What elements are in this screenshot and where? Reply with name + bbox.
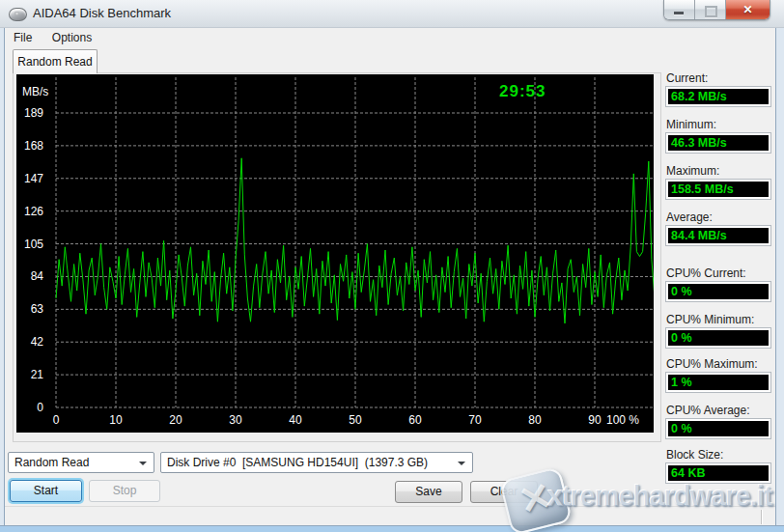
stat-value: 68.2 MB/s — [666, 87, 770, 106]
stat-cpu-maximum: CPU% Maximum: 1 % — [666, 357, 770, 392]
stop-button[interactable]: Stop — [89, 480, 160, 502]
stat-value: 84.4 MB/s — [666, 226, 770, 245]
stat-value: 46.3 MB/s — [666, 133, 770, 153]
minimize-icon — [674, 12, 684, 14]
svg-text:105: 105 — [24, 238, 43, 251]
menu-options[interactable]: Options — [44, 29, 99, 47]
dropdown-arrow-icon — [139, 462, 147, 469]
benchmark-type-select[interactable]: Random Read — [8, 452, 154, 473]
window-border-bottom — [0, 525, 784, 532]
svg-text:30: 30 — [229, 413, 242, 427]
elapsed-timer: 29:53 — [499, 82, 576, 101]
stat-label: CPU% Minimum: — [666, 313, 770, 326]
stat-value: 158.5 MB/s — [666, 180, 770, 199]
svg-text:42: 42 — [31, 335, 44, 349]
disk-drive-select[interactable]: Disk Drive #0 [SAMSUNG HD154UI] (1397.3 … — [160, 452, 473, 473]
maximize-button[interactable] — [695, 0, 726, 19]
stat-block-size: Block Size: 64 KB — [666, 448, 770, 483]
menu-file[interactable]: File — [6, 29, 40, 47]
status-bar — [4, 506, 775, 527]
close-icon: ✕ — [726, 3, 770, 16]
stat-current: Current: 68.2 MB/s — [666, 71, 770, 106]
caption-buttons: ✕ — [663, 0, 770, 20]
svg-text:100 %: 100 % — [606, 413, 639, 427]
stat-maximum: Maximum: 158.5 MB/s — [666, 164, 770, 199]
stat-cpu-average: CPU% Average: 0 % — [666, 404, 770, 438]
svg-text:147: 147 — [24, 172, 43, 185]
svg-text:189: 189 — [24, 106, 43, 120]
svg-text:60: 60 — [408, 413, 422, 427]
svg-text:84: 84 — [31, 269, 44, 283]
stat-label: Maximum: — [666, 164, 770, 178]
stat-label: Minimum: — [666, 118, 770, 131]
svg-text:20: 20 — [169, 413, 182, 427]
stat-cpu-current: CPU% Current: 0 % — [666, 266, 770, 301]
benchmark-chart-svg: 0102030405060708090100 %0214263841051261… — [16, 74, 654, 433]
menu-bar: File Options — [4, 28, 775, 46]
tab-page: 0102030405060708090100 %0214263841051261… — [13, 72, 661, 442]
svg-text:21: 21 — [31, 368, 44, 381]
svg-text:70: 70 — [468, 413, 482, 427]
close-button[interactable]: ✕ — [726, 0, 770, 19]
stat-label: Current: — [666, 71, 770, 85]
maximize-icon — [705, 6, 717, 17]
svg-text:126: 126 — [24, 205, 43, 218]
stat-value: 0 % — [666, 282, 770, 301]
minimize-button[interactable] — [664, 0, 695, 19]
statusbar-separator — [761, 510, 762, 524]
stat-value: 0 % — [666, 419, 770, 438]
stat-value: 64 KB — [666, 463, 770, 483]
svg-text:80: 80 — [528, 413, 542, 427]
stat-value: 1 % — [666, 373, 770, 392]
svg-text:50: 50 — [349, 413, 362, 427]
stat-value: 0 % — [666, 328, 770, 348]
stat-cpu-minimum: CPU% Minimum: 0 % — [666, 313, 770, 348]
svg-text:MB/s: MB/s — [22, 85, 48, 98]
dropdown-arrow-icon — [458, 462, 465, 469]
tab-random-read[interactable]: Random Read — [13, 49, 98, 73]
svg-text:0: 0 — [53, 413, 60, 427]
stat-label: CPU% Current: — [666, 266, 770, 280]
window-border-right — [775, 27, 784, 532]
window-border-left — [0, 27, 5, 532]
start-button[interactable]: Start — [10, 480, 82, 502]
svg-text:40: 40 — [289, 413, 302, 427]
stat-label: Average: — [666, 210, 770, 224]
disk-drive-value: Disk Drive #0 [SAMSUNG HD154UI] (1397.3 … — [167, 456, 428, 469]
benchmark-type-value: Random Read — [14, 456, 89, 469]
stat-label: Block Size: — [666, 448, 770, 462]
window-title: AIDA64 Disk Benchmark — [33, 6, 171, 20]
stat-minimum: Minimum: 46.3 MB/s — [666, 118, 770, 153]
svg-text:168: 168 — [24, 139, 43, 153]
stat-label: CPU% Maximum: — [666, 357, 770, 371]
svg-text:63: 63 — [31, 302, 44, 316]
save-button[interactable]: Save — [395, 481, 462, 503]
disk-app-icon — [9, 8, 27, 21]
svg-text:0: 0 — [37, 401, 43, 414]
stat-average: Average: 84.4 MB/s — [666, 210, 770, 245]
chart-area: 0102030405060708090100 %0214263841051261… — [16, 74, 654, 433]
stat-label: CPU% Average: — [666, 404, 770, 417]
clear-button[interactable]: Clear — [470, 481, 538, 503]
svg-text:90: 90 — [588, 413, 602, 427]
svg-text:10: 10 — [109, 413, 123, 427]
